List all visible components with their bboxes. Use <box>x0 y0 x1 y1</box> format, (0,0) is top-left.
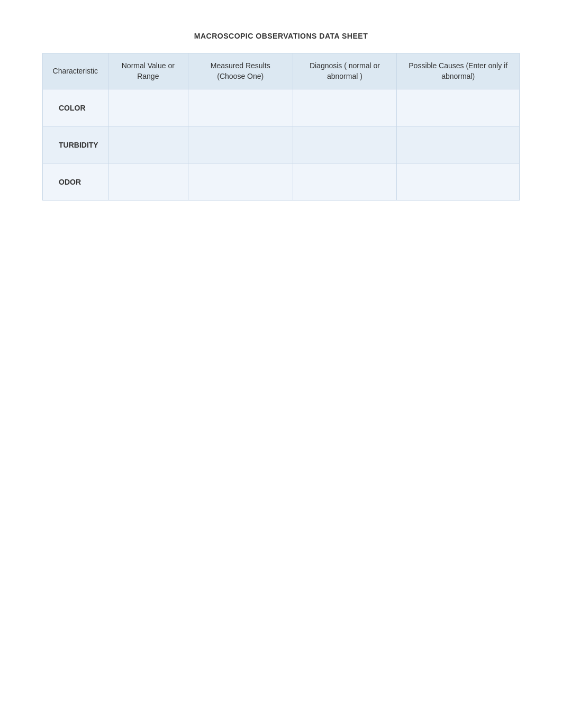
normal-value-odor <box>108 163 188 201</box>
diagnosis-turbidity <box>293 126 397 163</box>
col-header-characteristic: Characteristic <box>43 53 108 89</box>
possible-causes-odor <box>397 163 520 201</box>
table-header-row: Characteristic Normal Value or Range Mea… <box>43 53 520 89</box>
possible-causes-color <box>397 89 520 126</box>
measured-results-turbidity <box>188 126 293 163</box>
col-header-measured-results: Measured Results (Choose One) <box>188 53 293 89</box>
table-row: TURBIDITY <box>43 126 520 163</box>
table-row: ODOR <box>43 163 520 201</box>
col-header-normal-value: Normal Value or Range <box>108 53 188 89</box>
diagnosis-odor <box>293 163 397 201</box>
measured-results-color <box>188 89 293 126</box>
diagnosis-color <box>293 89 397 126</box>
possible-causes-turbidity <box>397 126 520 163</box>
col-header-possible-causes: Possible Causes (Enter only if abnormal) <box>397 53 520 89</box>
col-header-diagnosis: Diagnosis ( normal or abnormal ) <box>293 53 397 89</box>
table-row: COLOR <box>43 89 520 126</box>
page-title: MACROSCOPIC OBSERVATIONS DATA SHEET <box>42 32 520 40</box>
observations-table: Characteristic Normal Value or Range Mea… <box>42 53 520 201</box>
normal-value-color <box>108 89 188 126</box>
measured-results-odor <box>188 163 293 201</box>
characteristic-turbidity: TURBIDITY <box>43 126 108 163</box>
characteristic-color: COLOR <box>43 89 108 126</box>
normal-value-turbidity <box>108 126 188 163</box>
characteristic-odor: ODOR <box>43 163 108 201</box>
